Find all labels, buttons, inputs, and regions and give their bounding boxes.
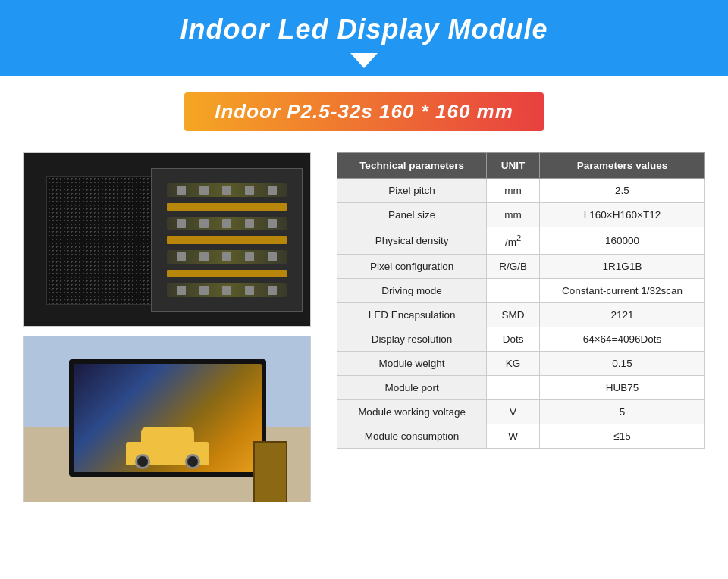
param-name-cell: Module working voltage xyxy=(337,399,487,424)
car-wheel-right xyxy=(185,454,200,469)
led-dots xyxy=(47,177,167,304)
value-cell: L160×H160×T12 xyxy=(540,203,705,227)
pcb-chip xyxy=(222,219,231,228)
down-arrow-icon xyxy=(350,53,378,68)
col-header-param: Technical parameters xyxy=(337,153,487,179)
page-title: Indoor Led Display Module xyxy=(180,14,548,53)
tv-frame xyxy=(69,359,266,477)
table-row: Module portHUB75 xyxy=(337,375,705,399)
pcb-chip xyxy=(268,186,277,195)
table-row: Module working voltageV5 xyxy=(337,399,705,424)
unit-cell: mm xyxy=(487,203,540,227)
pcb-chip xyxy=(177,286,186,295)
room-scene xyxy=(24,336,310,502)
param-name-cell: Physical density xyxy=(337,227,487,255)
tv-car xyxy=(126,427,209,465)
value-cell: 0.15 xyxy=(540,351,705,375)
table-row: Panel sizemmL160×H160×T12 xyxy=(337,203,705,227)
pcb-strip-4 xyxy=(167,283,287,297)
pcb-chip xyxy=(268,219,277,228)
images-column xyxy=(23,152,318,502)
pcb-strip-1 xyxy=(167,183,287,197)
table-row: Physical density/m2160000 xyxy=(337,227,705,255)
value-cell: ≤15 xyxy=(540,424,705,448)
pcb-chip xyxy=(177,186,186,195)
value-cell: 1R1G1B xyxy=(540,254,705,278)
pcb-chip xyxy=(199,286,209,295)
param-name-cell: Module consumption xyxy=(337,424,487,448)
col-header-unit: UNIT xyxy=(487,153,540,179)
unit-cell: SMD xyxy=(487,302,540,327)
value-cell: 2121 xyxy=(540,302,705,327)
table-row: Pixel configurationR/G/B1R1G1B xyxy=(337,254,705,278)
table-row: Module consumptionW≤15 xyxy=(337,424,705,448)
product-label-wrap: Indoor P2.5-32s 160 * 160 mm xyxy=(0,76,728,145)
pcb-connector xyxy=(167,203,287,211)
table-row: LED EncapsulationSMD2121 xyxy=(337,302,705,327)
pcb-connector-3 xyxy=(167,270,287,277)
unit-cell: W xyxy=(487,424,540,448)
param-name-cell: Pixel configuration xyxy=(337,254,487,278)
product-label: Indoor P2.5-32s 160 * 160 mm xyxy=(184,92,544,131)
param-name-cell: LED Encapsulation xyxy=(337,302,487,327)
unit-cell: V xyxy=(487,399,540,424)
led-panel-back xyxy=(151,168,303,312)
room-door xyxy=(253,441,287,502)
pcb-chip xyxy=(245,252,254,261)
unit-cell: KG xyxy=(487,351,540,375)
unit-cell xyxy=(487,375,540,399)
main-content: Technical parameters UNIT Parameters val… xyxy=(0,145,728,521)
table-row: Pixel pitchmm2.5 xyxy=(337,179,705,203)
pcb-chip xyxy=(222,252,231,261)
led-panel-image xyxy=(23,152,311,327)
param-name-cell: Panel size xyxy=(337,203,487,227)
pcb-chip xyxy=(199,219,209,228)
car-wheel-left xyxy=(135,454,150,469)
pcb-chip xyxy=(199,252,209,261)
param-name-cell: Module port xyxy=(337,375,487,399)
col-header-value: Parameters values xyxy=(540,153,705,179)
param-name-cell: Module weight xyxy=(337,351,487,375)
unit-cell: /m2 xyxy=(487,227,540,255)
tv-screen xyxy=(74,364,262,472)
pcb-chip xyxy=(199,186,209,195)
specs-table: Technical parameters UNIT Parameters val… xyxy=(337,152,705,449)
param-name-cell: Pixel pitch xyxy=(337,179,487,203)
led-panel-visual xyxy=(24,153,310,326)
header: Indoor Led Display Module xyxy=(0,0,728,76)
pcb-chip xyxy=(177,252,186,261)
value-cell: Constant-current 1/32scan xyxy=(540,278,705,302)
pcb-chip xyxy=(245,186,254,195)
pcb-chip xyxy=(245,219,254,228)
pcb-chip xyxy=(222,286,231,295)
pcb-strip-3 xyxy=(167,250,287,264)
table-header-row: Technical parameters UNIT Parameters val… xyxy=(337,153,705,179)
pcb-chip xyxy=(268,252,277,261)
car-top xyxy=(141,427,194,443)
value-cell: 5 xyxy=(540,399,705,424)
led-panel-front xyxy=(46,176,168,305)
pcb-connector-2 xyxy=(167,236,287,244)
pcb-chip xyxy=(268,286,277,295)
param-name-cell: Driving mode xyxy=(337,278,487,302)
pcb-strip-2 xyxy=(167,217,287,230)
unit-cell: Dots xyxy=(487,327,540,351)
value-cell: 2.5 xyxy=(540,179,705,203)
pcb-chip xyxy=(222,186,231,195)
pcb-chip xyxy=(177,219,186,228)
table-row: Display resolutionDots64×64=4096Dots xyxy=(337,327,705,351)
param-name-cell: Display resolution xyxy=(337,327,487,351)
value-cell: HUB75 xyxy=(540,375,705,399)
table-row: Driving modeConstant-current 1/32scan xyxy=(337,278,705,302)
value-cell: 160000 xyxy=(540,227,705,255)
unit-cell: mm xyxy=(487,179,540,203)
unit-cell: R/G/B xyxy=(487,254,540,278)
room-image xyxy=(23,336,311,502)
pcb-chip xyxy=(245,286,254,295)
value-cell: 64×64=4096Dots xyxy=(540,327,705,351)
header-arrow-wrap xyxy=(0,53,728,76)
table-row: Module weightKG0.15 xyxy=(337,351,705,375)
unit-cell xyxy=(487,278,540,302)
specs-table-col: Technical parameters UNIT Parameters val… xyxy=(337,152,705,502)
